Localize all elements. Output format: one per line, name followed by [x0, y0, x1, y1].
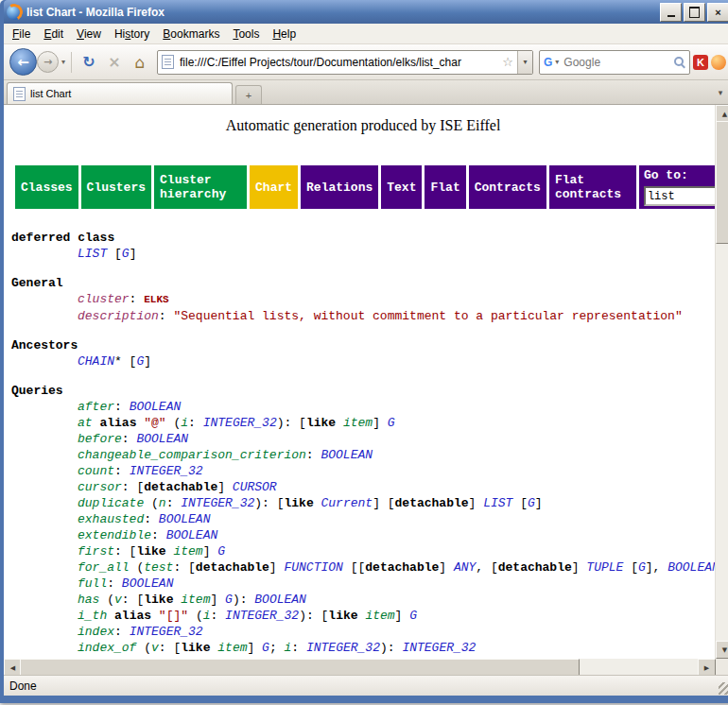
code-line: first: [like item] G [78, 543, 715, 559]
search-icon[interactable] [673, 56, 685, 68]
forward-button[interactable]: → [37, 51, 59, 73]
class-link[interactable]: G [388, 416, 395, 430]
doc-button-text[interactable]: Text [381, 165, 422, 209]
token: detachable [196, 560, 269, 575]
code-line: changeable_comparison_criterion: BOOLEAN [78, 447, 715, 463]
token: : [ [114, 544, 136, 559]
doc-button-contracts[interactable]: Contracts [469, 165, 546, 209]
class-link[interactable]: G [528, 496, 535, 510]
tab-list-chart[interactable]: list Chart [7, 82, 233, 104]
class-link[interactable]: G [217, 544, 225, 559]
class-link[interactable]: FUNCTION [284, 560, 342, 575]
class-link[interactable]: Current [321, 496, 373, 510]
new-tab-button[interactable]: + [235, 85, 262, 104]
class-link[interactable]: BOOLEAN [136, 432, 188, 446]
feature-name: i [181, 416, 188, 430]
token: ): [380, 641, 402, 655]
section-heading: General [11, 275, 715, 291]
menu-history[interactable]: History [108, 26, 156, 43]
class-link[interactable]: INTEGER_32 [181, 496, 254, 510]
class-link[interactable]: BOOLEAN [254, 593, 306, 607]
class-link[interactable]: LIST [78, 247, 107, 261]
stop-button[interactable]: × [103, 51, 126, 74]
menu-tools[interactable]: Tools [226, 26, 266, 43]
class-link[interactable]: INTEGER_32 [130, 625, 203, 639]
feature-name: first [78, 544, 114, 559]
token: ELKS [144, 294, 168, 305]
token: like [306, 416, 336, 430]
menu-view[interactable]: View [70, 26, 108, 43]
code-line: before: BOOLEAN [78, 431, 715, 447]
token: [ [107, 247, 122, 261]
token: ( [166, 416, 182, 430]
token: cluster [78, 292, 130, 306]
reload-button[interactable]: ↻ [78, 51, 100, 74]
class-link[interactable]: G [122, 247, 130, 261]
menu-file[interactable]: File [6, 26, 37, 43]
doc-button-cluster-hierarchy[interactable]: Cluster hierarchy [154, 165, 247, 209]
horizontal-scrollbar[interactable]: ◀ ▶ [4, 659, 716, 675]
class-link[interactable]: INTEGER_32 [203, 416, 277, 430]
token: : [114, 400, 130, 414]
search-input[interactable] [562, 55, 670, 70]
class-link[interactable]: BOOLEAN [321, 448, 373, 462]
menu-edit[interactable]: Edit [37, 26, 70, 43]
resize-grip[interactable] [719, 682, 728, 695]
bookmark-star-icon[interactable]: ☆ [502, 55, 513, 69]
url-input[interactable] [178, 55, 498, 70]
back-button[interactable]: ← [9, 48, 37, 76]
class-link[interactable]: BOOLEAN [122, 576, 174, 591]
goto-input[interactable] [644, 186, 715, 206]
class-link[interactable]: BOOLEAN [130, 400, 182, 414]
doc-button-clusters[interactable]: Clusters [81, 165, 151, 209]
class-link[interactable]: G [409, 609, 417, 623]
vertical-scrollbar[interactable]: ▲ ▼ [715, 105, 728, 659]
class-link[interactable]: BOOLEAN [166, 528, 218, 542]
menu-help[interactable]: Help [266, 26, 303, 43]
class-link[interactable]: BOOLEAN [159, 512, 211, 526]
class-link[interactable]: ANY [454, 560, 476, 575]
class-link[interactable]: G [225, 593, 233, 607]
class-link[interactable]: INTEGER_32 [130, 464, 203, 478]
vertical-scroll-thumb[interactable] [716, 121, 728, 244]
doc-button-relations[interactable]: Relations [301, 165, 378, 209]
class-link[interactable]: LIST [483, 496, 512, 510]
home-button[interactable]: ⌂ [129, 51, 151, 74]
doc-button-flat[interactable]: Flat [425, 165, 465, 209]
class-link[interactable]: CURSOR [233, 480, 277, 494]
maximize-button[interactable] [684, 3, 705, 22]
class-link[interactable]: TUPLE [586, 560, 623, 575]
class-link[interactable]: INTEGER_32 [225, 609, 299, 623]
addon-icon[interactable] [711, 55, 726, 70]
menu-bookmarks[interactable]: Bookmarks [156, 26, 226, 43]
titlebar[interactable]: list Chart - Mozilla Firefox × [4, 0, 728, 24]
google-logo-icon: G [544, 56, 552, 69]
kaspersky-addon-icon[interactable]: K [693, 55, 708, 70]
minimize-button[interactable] [660, 3, 682, 22]
section-queries: Queriesafter: BOOLEANat alias "@" (i: IN… [11, 383, 715, 656]
location-bar[interactable]: ☆ ▾ [157, 50, 533, 75]
search-engine-dropdown[interactable]: ▾ [555, 58, 559, 66]
doc-button-chart[interactable]: Chart [250, 165, 298, 209]
class-link[interactable]: CHAIN [78, 354, 114, 369]
scroll-down-button[interactable]: ▼ [716, 641, 728, 659]
chevron-down-icon: ▾ [523, 58, 527, 66]
token: : [114, 625, 130, 639]
url-dropdown-button[interactable]: ▾ [517, 51, 532, 74]
history-dropdown-button[interactable]: ▾ [61, 58, 65, 66]
search-bar[interactable]: G ▾ [539, 50, 690, 75]
doc-button-flat-contracts[interactable]: Flat contracts [549, 165, 636, 209]
close-button[interactable]: × [707, 3, 728, 22]
token: ] [373, 416, 388, 430]
class-link[interactable]: G [262, 641, 269, 655]
class-link[interactable]: INTEGER_32 [402, 641, 476, 655]
class-link[interactable]: G [638, 560, 646, 575]
class-link[interactable]: BOOLEAN [667, 560, 715, 575]
feature-name: v [114, 593, 122, 607]
feature-name: item [173, 544, 202, 559]
token: : [144, 512, 159, 526]
list-all-tabs-button[interactable]: ▾ [712, 83, 728, 102]
class-link[interactable]: INTEGER_32 [306, 641, 380, 655]
doc-button-classes[interactable]: Classes [15, 165, 78, 209]
feature-name: i [203, 609, 211, 623]
